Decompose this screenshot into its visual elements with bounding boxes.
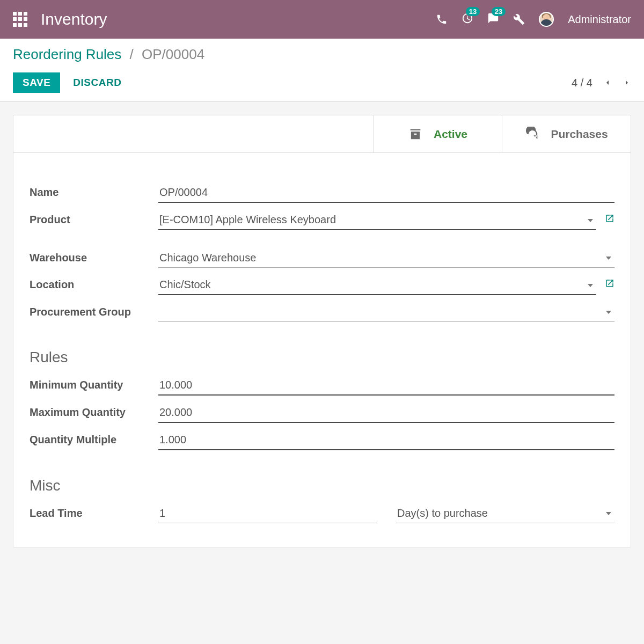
name-label: Name bbox=[30, 186, 158, 199]
maximum-qty-label: Maximum Quantity bbox=[30, 406, 158, 419]
purchases-stat-button[interactable]: Purchases bbox=[502, 115, 631, 152]
top-navbar: Inventory 13 23 Administrator bbox=[0, 0, 644, 39]
breadcrumb-parent[interactable]: Reordering Rules bbox=[13, 46, 121, 62]
warehouse-dropdown-icon[interactable] bbox=[606, 257, 611, 260]
user-menu[interactable]: Administrator bbox=[568, 13, 631, 26]
tools-icon[interactable] bbox=[513, 13, 525, 25]
location-label: Location bbox=[30, 279, 158, 291]
lead-time-field[interactable] bbox=[158, 504, 377, 523]
procurement-group-label: Procurement Group bbox=[30, 306, 158, 318]
minimum-qty-field[interactable] bbox=[158, 376, 614, 396]
save-button[interactable]: SAVE bbox=[13, 72, 60, 93]
lead-time-label: Lead Time bbox=[30, 507, 158, 519]
app-title[interactable]: Inventory bbox=[41, 10, 436, 28]
avatar[interactable] bbox=[539, 12, 554, 27]
form-sheet: Active Purchases Name Product bbox=[13, 115, 631, 547]
activities-button[interactable]: 13 bbox=[462, 12, 473, 26]
phone-icon[interactable] bbox=[436, 13, 448, 25]
archive-icon bbox=[408, 127, 423, 142]
warehouse-field[interactable] bbox=[158, 248, 614, 268]
breadcrumb: Reordering Rules / OP/00004 bbox=[13, 46, 631, 63]
apps-menu-icon[interactable] bbox=[13, 12, 28, 27]
discard-button[interactable]: DISCARD bbox=[73, 77, 121, 89]
external-link-icon[interactable] bbox=[605, 214, 614, 223]
external-link-icon[interactable] bbox=[605, 279, 614, 288]
location-dropdown-icon[interactable] bbox=[588, 284, 593, 287]
active-label: Active bbox=[434, 128, 467, 141]
product-dropdown-icon[interactable] bbox=[588, 219, 593, 222]
stat-button-box: Active Purchases bbox=[13, 115, 631, 153]
pager: 4 / 4 bbox=[572, 77, 631, 89]
control-panel: Reordering Rules / OP/00004 SAVE DISCARD… bbox=[0, 39, 644, 102]
breadcrumb-separator: / bbox=[130, 46, 134, 62]
messages-button[interactable]: 23 bbox=[487, 12, 499, 26]
lead-type-field[interactable] bbox=[396, 504, 614, 523]
breadcrumb-current: OP/00004 bbox=[142, 46, 204, 62]
refresh-icon bbox=[525, 127, 540, 142]
product-label: Product bbox=[30, 214, 158, 226]
pager-text[interactable]: 4 / 4 bbox=[572, 77, 592, 89]
lead-type-dropdown-icon[interactable] bbox=[606, 512, 611, 515]
procurement-group-field[interactable] bbox=[158, 303, 614, 322]
procurement-group-dropdown-icon[interactable] bbox=[606, 311, 611, 314]
pager-prev-icon[interactable] bbox=[603, 78, 612, 87]
misc-section-title: Misc bbox=[30, 477, 614, 494]
product-field[interactable] bbox=[158, 210, 596, 230]
warehouse-label: Warehouse bbox=[30, 252, 158, 264]
name-field[interactable] bbox=[158, 183, 614, 203]
qty-multiple-field[interactable] bbox=[158, 430, 614, 450]
rules-section-title: Rules bbox=[30, 349, 614, 366]
activities-badge: 13 bbox=[466, 7, 480, 16]
messages-badge: 23 bbox=[492, 7, 506, 16]
active-stat-button[interactable]: Active bbox=[373, 115, 502, 152]
pager-next-icon[interactable] bbox=[623, 78, 631, 87]
qty-multiple-label: Quantity Multiple bbox=[30, 434, 158, 446]
location-field[interactable] bbox=[158, 275, 596, 295]
purchases-label: Purchases bbox=[551, 128, 608, 141]
maximum-qty-field[interactable] bbox=[158, 403, 614, 423]
minimum-qty-label: Minimum Quantity bbox=[30, 379, 158, 391]
